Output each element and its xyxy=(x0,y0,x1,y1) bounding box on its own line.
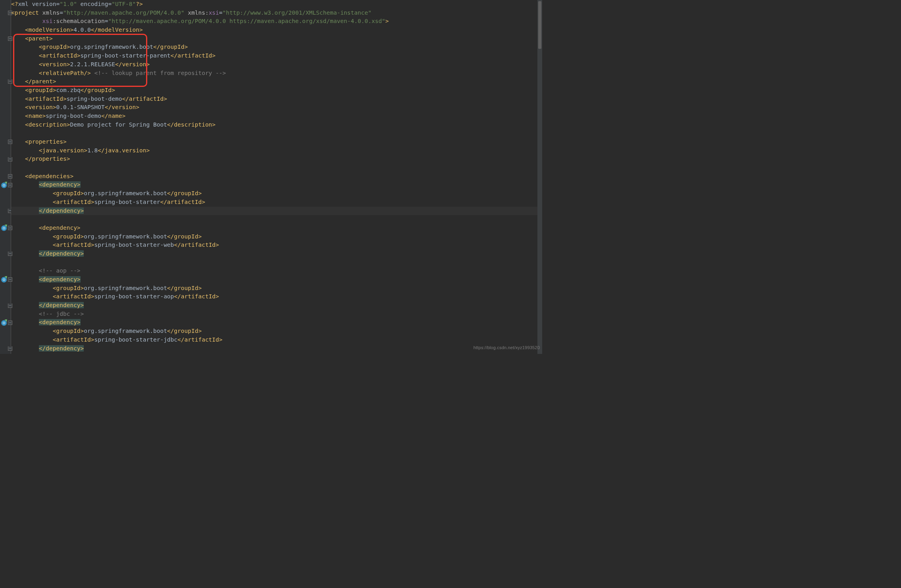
code-line[interactable]: <modelVersion>4.0.0</modelVersion> xyxy=(11,26,542,35)
code-line[interactable]: <project xmlns="http://maven.apache.org/… xyxy=(11,9,542,17)
code-line[interactable]: <dependency> xyxy=(11,275,542,284)
code-line[interactable]: <groupId>org.springframework.boot</group… xyxy=(11,233,542,241)
code-line[interactable]: <artifactId>spring-boot-starter</artifac… xyxy=(11,198,542,207)
code-line[interactable]: <groupId>org.springframework.boot</group… xyxy=(11,284,542,293)
gutter-run-icon[interactable] xyxy=(1,183,7,188)
code-line[interactable]: <properties> xyxy=(11,138,542,146)
vertical-scrollbar[interactable] xyxy=(537,0,542,354)
code-line[interactable]: xsi:schemaLocation="http://maven.apache.… xyxy=(11,17,542,26)
code-line[interactable]: <parent> xyxy=(11,35,542,43)
code-line[interactable]: </dependency> xyxy=(11,301,542,310)
code-line[interactable] xyxy=(11,129,542,138)
code-line[interactable]: <artifactId>spring-boot-demo</artifactId… xyxy=(11,95,542,104)
code-line[interactable]: <dependency> xyxy=(11,181,542,189)
code-line[interactable]: <dependencies> xyxy=(11,172,542,181)
code-line[interactable] xyxy=(11,258,542,267)
code-line[interactable]: <groupId>org.springframework.boot</group… xyxy=(11,43,542,52)
code-line[interactable]: <artifactId>spring-boot-starter-jdbc</ar… xyxy=(11,336,542,344)
code-line[interactable]: <artifactId>spring-boot-starter-aop</art… xyxy=(11,292,542,301)
code-line[interactable]: <!-- aop --> xyxy=(11,267,542,275)
code-line[interactable]: <groupId>org.springframework.boot</group… xyxy=(11,189,542,198)
code-line[interactable]: </parent> xyxy=(11,77,542,86)
code-line[interactable]: </dependency> xyxy=(11,250,542,258)
editor-gutter[interactable]: –––––––––––––– xyxy=(0,0,11,354)
code-line[interactable]: <groupId>org.springframework.boot</group… xyxy=(11,327,542,336)
code-line[interactable]: </dependency> xyxy=(11,344,542,353)
watermark-text: https://blog.csdn.net/xyz1993520 xyxy=(474,344,540,352)
code-line[interactable]: <artifactId>spring-boot-starter-web</art… xyxy=(11,241,542,250)
code-line[interactable]: <version>2.2.1.RELEASE</version> xyxy=(11,60,542,69)
code-line[interactable]: <dependency> xyxy=(11,224,542,233)
code-line[interactable] xyxy=(11,163,542,172)
code-line[interactable]: <java.version>1.8</java.version> xyxy=(11,146,542,155)
gutter-run-icon[interactable] xyxy=(1,320,7,326)
code-line[interactable]: <artifactId>spring-boot-starter-parent</… xyxy=(11,52,542,60)
scroll-thumb[interactable] xyxy=(538,1,541,49)
editor-code-area[interactable]: <?xml version="1.0" encoding="UTF-8"?><p… xyxy=(11,0,542,353)
code-line[interactable]: <version>0.0.1-SNAPSHOT</version> xyxy=(11,103,542,112)
code-line[interactable]: <!-- jdbc --> xyxy=(11,310,542,319)
code-line[interactable]: <name>spring-boot-demo</name> xyxy=(11,112,542,121)
code-line[interactable]: <relativePath/> <!-- lookup parent from … xyxy=(11,69,542,78)
code-line[interactable]: </dependency> xyxy=(11,207,542,215)
code-line[interactable]: <description>Demo project for Spring Boo… xyxy=(11,121,542,129)
code-line[interactable]: <dependency> xyxy=(11,318,542,327)
code-line[interactable]: </properties> xyxy=(11,155,542,163)
code-line[interactable] xyxy=(11,215,542,224)
code-line[interactable]: <?xml version="1.0" encoding="UTF-8"?> xyxy=(11,0,542,9)
code-line[interactable]: <groupId>com.zbq</groupId> xyxy=(11,86,542,95)
